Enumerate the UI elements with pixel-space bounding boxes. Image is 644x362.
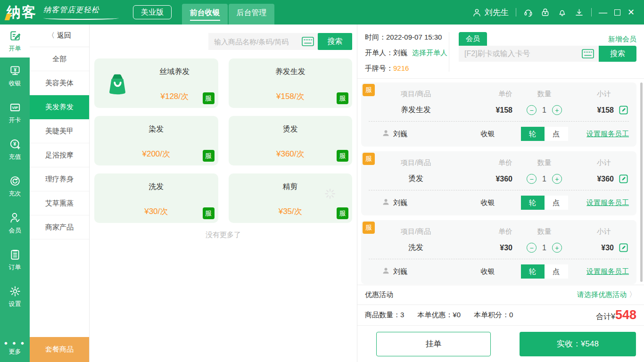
col-item: 项目/商品 bbox=[369, 90, 463, 99]
sidebar-item-cashier[interactable]: ¥ 收银 bbox=[0, 58, 30, 94]
category-beauty-body[interactable]: 美容美体 bbox=[30, 71, 89, 95]
col-subtotal: 小计 bbox=[576, 90, 629, 99]
increase-qty-button[interactable]: + bbox=[552, 174, 562, 184]
sidebar-item-settings[interactable]: 设置 bbox=[0, 278, 30, 315]
category-moxa[interactable]: 艾草熏蒸 bbox=[30, 191, 89, 215]
tab-front-cashier[interactable]: 前台收银 bbox=[182, 4, 228, 25]
sidebar-item-orders[interactable]: 订单 bbox=[0, 241, 30, 278]
sidebar-item-open-order[interactable]: 开单 bbox=[0, 25, 30, 58]
set-staff-link[interactable]: 设置服务员工 bbox=[586, 267, 629, 275]
keyboard-icon[interactable] bbox=[582, 49, 594, 58]
recharge-icon: ¥ bbox=[9, 138, 21, 150]
scrollbar-thumb[interactable] bbox=[640, 82, 643, 282]
sidebar-item-members[interactable]: 会员 bbox=[0, 205, 30, 241]
cart-item-price: ¥158 bbox=[463, 106, 512, 115]
category-hair-care[interactable]: 美发养发 bbox=[30, 95, 89, 119]
turn-mode-button[interactable]: 轮 bbox=[521, 196, 545, 210]
notification-bell-icon[interactable] bbox=[557, 8, 567, 17]
product-card[interactable]: 烫发 ¥360/次 服 bbox=[229, 116, 353, 165]
app-window: 纳客 纳客管店更轻松 美业版 前台收银 后台管理 刘先生 bbox=[0, 0, 644, 362]
item-count: 商品数量：3 bbox=[365, 311, 404, 320]
lock-icon[interactable] bbox=[540, 8, 550, 17]
app-tagline: 纳客管店更轻松 bbox=[43, 0, 119, 25]
topbar: 纳客 纳客管店更轻松 美业版 前台收银 后台管理 刘先生 bbox=[0, 0, 644, 25]
category-foot-massage[interactable]: 足浴按摩 bbox=[30, 143, 89, 167]
user-icon bbox=[472, 8, 482, 17]
member-card-input[interactable] bbox=[459, 46, 599, 62]
qty-value: 1 bbox=[542, 175, 546, 183]
turn-mode-button[interactable]: 轮 bbox=[521, 127, 545, 141]
sidebar-item-recharge[interactable]: ¥ 充值 bbox=[0, 131, 30, 168]
sidebar-item-recharge-times[interactable]: 充次 bbox=[0, 168, 30, 205]
member-search-button[interactable]: 搜索 bbox=[599, 46, 636, 62]
increase-qty-button[interactable]: + bbox=[552, 105, 562, 115]
tagline-underline bbox=[43, 17, 119, 20]
order-points: 本单积分：0 bbox=[474, 311, 513, 320]
package-products-button[interactable]: 套餐商品 bbox=[30, 337, 89, 362]
hand-tag-row: 手牌号：9216 bbox=[365, 64, 448, 73]
product-card[interactable]: 养发生发 ¥158/次 服 bbox=[229, 58, 353, 108]
app-logo: 纳客 bbox=[0, 0, 37, 25]
pick-mode-button[interactable]: 点 bbox=[545, 196, 568, 210]
current-user[interactable]: 刘先生 bbox=[472, 7, 509, 18]
cart-list: 服 项目/商品 单价 数量 小计 养发生发 ¥158 − 1 + bbox=[357, 79, 644, 285]
product-search-row: 搜索 bbox=[94, 33, 352, 50]
sidebar-item-open-card[interactable]: VIP 开卡 bbox=[0, 94, 30, 131]
member-tab[interactable]: 会员 bbox=[459, 32, 487, 46]
service-badge: 服 bbox=[337, 150, 348, 162]
qty-value: 1 bbox=[542, 106, 546, 115]
edit-price-icon[interactable] bbox=[618, 242, 629, 253]
download-icon[interactable] bbox=[574, 8, 584, 17]
decrease-qty-button[interactable]: − bbox=[527, 174, 537, 184]
category-all[interactable]: 全部 bbox=[30, 47, 89, 71]
increase-qty-button[interactable]: + bbox=[552, 243, 562, 253]
staff-role: 收银 bbox=[463, 198, 512, 207]
minimize-button[interactable]: — bbox=[599, 8, 607, 16]
checkout-button[interactable]: 实收：¥548 bbox=[520, 332, 636, 356]
set-staff-link[interactable]: 设置服务员工 bbox=[586, 130, 629, 138]
category-lash-nail[interactable]: 美睫美甲 bbox=[30, 119, 89, 143]
pick-mode-button[interactable]: 点 bbox=[545, 127, 568, 141]
keyboard-icon[interactable] bbox=[302, 37, 314, 46]
staff-name: 刘巍 bbox=[393, 267, 407, 276]
main-area: 开单 ¥ 收银 VIP 开卡 ¥ 充值 充次 会员 bbox=[0, 25, 644, 362]
category-physio[interactable]: 理疗养身 bbox=[30, 167, 89, 191]
set-staff-link[interactable]: 设置服务员工 bbox=[586, 198, 629, 206]
product-search-button[interactable]: 搜索 bbox=[318, 33, 352, 50]
close-button[interactable]: ✕ bbox=[627, 8, 635, 16]
person-icon bbox=[382, 267, 390, 276]
product-card[interactable]: 丝域养发 ¥128/次 服 bbox=[94, 58, 218, 108]
select-promo-link[interactable]: 请选择优惠活动 〉 bbox=[577, 290, 636, 300]
service-badge: 服 bbox=[337, 92, 348, 104]
order-actions: 挂单 实收：¥548 bbox=[357, 325, 644, 362]
dashed-divider bbox=[369, 121, 629, 122]
back-button[interactable]: 〈 返回 bbox=[30, 25, 89, 47]
edit-price-icon[interactable] bbox=[618, 173, 629, 184]
member-icon bbox=[9, 212, 21, 224]
vip-card-icon: VIP bbox=[9, 101, 21, 114]
divider bbox=[449, 32, 449, 72]
turn-mode-button[interactable]: 轮 bbox=[521, 264, 545, 279]
decrease-qty-button[interactable]: − bbox=[527, 243, 537, 253]
product-card[interactable]: 洗发 ¥30/次 服 bbox=[94, 173, 218, 223]
person-icon bbox=[382, 129, 390, 139]
product-card[interactable]: 染发 ¥200/次 服 bbox=[94, 116, 218, 165]
category-merchant-products[interactable]: 商家产品 bbox=[30, 215, 89, 239]
edit-price-icon[interactable] bbox=[618, 105, 629, 115]
product-card[interactable]: 精剪 ¥35/次 服 bbox=[229, 173, 353, 223]
member-search-row: 搜索 bbox=[459, 46, 636, 62]
order-summary: 商品数量：3 本单优惠：¥0 本单积分：0 合计¥ 548 bbox=[357, 304, 644, 325]
add-member-link[interactable]: 新增会员 bbox=[608, 35, 636, 44]
support-headset-icon[interactable] bbox=[523, 8, 533, 17]
edition-badge[interactable]: 美业版 bbox=[133, 5, 172, 19]
decrease-qty-button[interactable]: − bbox=[527, 105, 537, 115]
service-type-badge: 服 bbox=[363, 222, 375, 234]
hold-order-button[interactable]: 挂单 bbox=[376, 332, 491, 356]
pick-mode-button[interactable]: 点 bbox=[545, 264, 568, 279]
select-operator-link[interactable]: 选择开单人 bbox=[412, 49, 447, 57]
tab-backend-manage[interactable]: 后台管理 bbox=[229, 4, 274, 25]
sidebar-item-more[interactable]: ● ● ● 更多 bbox=[0, 335, 30, 362]
logo-text: 纳客 bbox=[7, 5, 37, 19]
product-name: 烫发 bbox=[229, 124, 353, 134]
maximize-button[interactable] bbox=[614, 9, 620, 16]
